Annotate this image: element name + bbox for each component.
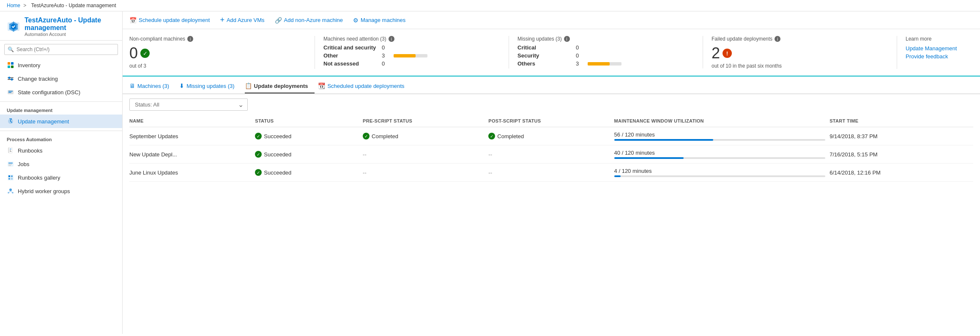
missing-updates-title: Missing updates (3) i bbox=[517, 36, 694, 42]
stat-value-not-assessed: 0 bbox=[382, 60, 390, 67]
table-row: September Updates ✓ Succeeded ✓ Complete… bbox=[129, 127, 973, 145]
tab-update-deployments[interactable]: 📋 Update deployments bbox=[245, 78, 315, 93]
add-vm-icon: + bbox=[220, 16, 224, 25]
stat-value-critical: 0 bbox=[576, 44, 584, 51]
sidebar-item-jobs-label: Jobs bbox=[18, 161, 29, 167]
add-non-azure-button[interactable]: 🔗 Add non-Azure machine bbox=[275, 17, 343, 24]
svg-rect-4 bbox=[11, 66, 14, 68]
sidebar-item-jobs[interactable]: Jobs bbox=[0, 157, 122, 171]
sidebar-item-state-config-label: State configuration (DSC) bbox=[18, 89, 80, 96]
sidebar-item-runbooks-label: Runbooks bbox=[18, 148, 43, 154]
stat-label-others: Others bbox=[517, 60, 572, 67]
add-non-azure-icon: 🔗 bbox=[275, 17, 282, 24]
row3-status-cell: ✓ Succeeded bbox=[255, 169, 359, 176]
stat-row-security: Security 0 bbox=[517, 52, 694, 59]
page-title: TestAzureAuto - Update management bbox=[25, 16, 115, 32]
row1-prescript: ✓ Completed bbox=[363, 127, 488, 145]
breadcrumb: Home > TestAzureAuto - Update management bbox=[0, 0, 980, 11]
row2-progress-fill bbox=[614, 157, 684, 159]
stat-label-critical-security: Critical and security bbox=[323, 44, 378, 51]
missing-updates-tab-icon: ⬇ bbox=[179, 82, 184, 89]
missing-updates-info-icon[interactable]: i bbox=[564, 36, 570, 42]
svg-rect-2 bbox=[11, 62, 14, 65]
row2-maintenance: 40 / 120 minutes bbox=[614, 145, 830, 164]
tab-machines[interactable]: 🖥 Machines (3) bbox=[129, 78, 176, 93]
svg-rect-19 bbox=[8, 163, 13, 164]
breadcrumb-current: TestAzureAuto - Update management bbox=[31, 3, 116, 8]
sidebar-item-runbooks-gallery[interactable]: Runbooks gallery bbox=[0, 171, 122, 184]
machines-tab-icon: 🖥 bbox=[129, 82, 135, 89]
svg-rect-22 bbox=[8, 175, 14, 180]
row3-postscript: -- bbox=[488, 164, 614, 182]
sidebar-item-runbooks-gallery-label: Runbooks gallery bbox=[18, 175, 60, 181]
row1-progress-track bbox=[614, 139, 826, 141]
stat-bar-other bbox=[394, 54, 416, 57]
schedule-deployment-button[interactable]: 📅 Schedule update deployment bbox=[129, 17, 210, 24]
failed-deployments-value: 2 ! bbox=[712, 44, 888, 62]
sidebar-item-hybrid-worker[interactable]: Hybrid worker groups bbox=[0, 184, 122, 198]
sidebar-item-change-tracking-label: Change tracking bbox=[18, 76, 58, 82]
sidebar-item-state-config[interactable]: State configuration (DSC) bbox=[0, 85, 122, 99]
row2-postscript: -- bbox=[488, 145, 614, 164]
provide-feedback-link[interactable]: Provide feedback bbox=[906, 53, 965, 60]
svg-rect-25 bbox=[8, 178, 10, 180]
sidebar-search-container: 🔍 bbox=[4, 44, 118, 55]
stat-row-critical-security: Critical and security 0 bbox=[323, 44, 500, 51]
sidebar-item-change-tracking[interactable]: Change tracking bbox=[0, 72, 122, 85]
row2-status: ✓ Succeeded bbox=[255, 145, 363, 164]
sidebar-item-update-management[interactable]: Update management bbox=[0, 115, 122, 128]
tab-machines-label: Machines (3) bbox=[137, 83, 169, 89]
learn-more-title: Learn more bbox=[906, 36, 965, 42]
jobs-icon bbox=[7, 160, 14, 168]
hybrid-worker-icon bbox=[7, 187, 14, 195]
schedule-deployment-label: Schedule update deployment bbox=[139, 17, 210, 23]
deployments-table: NAME STATUS PRE-SCRIPT STATUS POST-SCRIP… bbox=[129, 115, 973, 182]
row2-maintenance-label: 40 / 120 minutes bbox=[614, 150, 826, 156]
manage-machines-button[interactable]: ⚙ Manage machines bbox=[353, 17, 405, 24]
svg-point-7 bbox=[8, 77, 11, 79]
search-input[interactable] bbox=[4, 44, 118, 55]
failed-deployments-info-icon[interactable]: i bbox=[775, 36, 780, 42]
tabs-bar: 🖥 Machines (3) ⬇ Missing updates (3) 📋 U… bbox=[123, 78, 980, 94]
status-filter-select[interactable]: Status: All Status: Succeeded Status: Fa… bbox=[129, 98, 248, 111]
machines-attention-tile: Machines need attention (3) i Critical a… bbox=[315, 36, 509, 68]
stat-row-other: Other 3 bbox=[323, 52, 500, 59]
add-azure-vms-button[interactable]: + Add Azure VMs bbox=[220, 16, 264, 25]
row3-progress-fill bbox=[614, 175, 621, 177]
tab-scheduled-deployments[interactable]: 📆 Scheduled update deployments bbox=[318, 78, 411, 93]
svg-rect-20 bbox=[8, 164, 12, 165]
svg-rect-24 bbox=[11, 175, 13, 177]
missing-updates-tile: Missing updates (3) i Critical 0 Securit… bbox=[509, 36, 703, 68]
non-compliant-info-icon[interactable]: i bbox=[187, 36, 193, 42]
breadcrumb-home[interactable]: Home bbox=[7, 3, 20, 8]
stat-label-other: Other bbox=[323, 52, 378, 59]
toolbar: 📅 Schedule update deployment + Add Azure… bbox=[123, 11, 980, 29]
runbooks-gallery-icon bbox=[7, 174, 14, 181]
learn-more-tile: Learn more Update Management Provide fee… bbox=[897, 36, 973, 61]
row2-progress-track bbox=[614, 157, 826, 159]
row1-postscript: ✓ Completed bbox=[488, 127, 614, 145]
sidebar-divider-2 bbox=[0, 131, 122, 131]
update-management-link[interactable]: Update Management bbox=[906, 45, 965, 52]
sidebar-item-runbooks[interactable]: Runbooks bbox=[0, 144, 122, 157]
row1-status: ✓ Succeeded bbox=[255, 127, 363, 145]
tab-missing-updates[interactable]: ⬇ Missing updates (3) bbox=[179, 78, 241, 93]
col-header-name: NAME bbox=[129, 115, 255, 127]
row3-progress-track bbox=[614, 175, 826, 177]
stat-label-critical: Critical bbox=[517, 44, 572, 51]
calendar-icon: 📅 bbox=[129, 17, 137, 24]
row2-status-icon: ✓ bbox=[255, 151, 262, 158]
status-filter-wrapper: Status: All Status: Succeeded Status: Fa… bbox=[129, 98, 248, 111]
sidebar-item-inventory[interactable]: Inventory bbox=[0, 58, 122, 72]
row1-start-time: 9/14/2018, 8:37 PM bbox=[829, 127, 973, 145]
table-row: New Update Depl... ✓ Succeeded -- -- 40 … bbox=[129, 145, 973, 164]
row3-maintenance: 4 / 120 minutes bbox=[614, 164, 830, 182]
non-compliant-tile: Non-compliant machines i 0 ✓ out of 3 bbox=[129, 36, 315, 69]
machines-attention-info-icon[interactable]: i bbox=[389, 36, 394, 42]
stat-bar-others-container bbox=[588, 62, 621, 66]
inventory-icon bbox=[7, 61, 14, 69]
row2-name: New Update Depl... bbox=[129, 145, 255, 164]
svg-line-30 bbox=[8, 191, 11, 193]
update-deployments-tab-icon: 📋 bbox=[245, 82, 252, 89]
tab-missing-updates-label: Missing updates (3) bbox=[186, 83, 234, 89]
